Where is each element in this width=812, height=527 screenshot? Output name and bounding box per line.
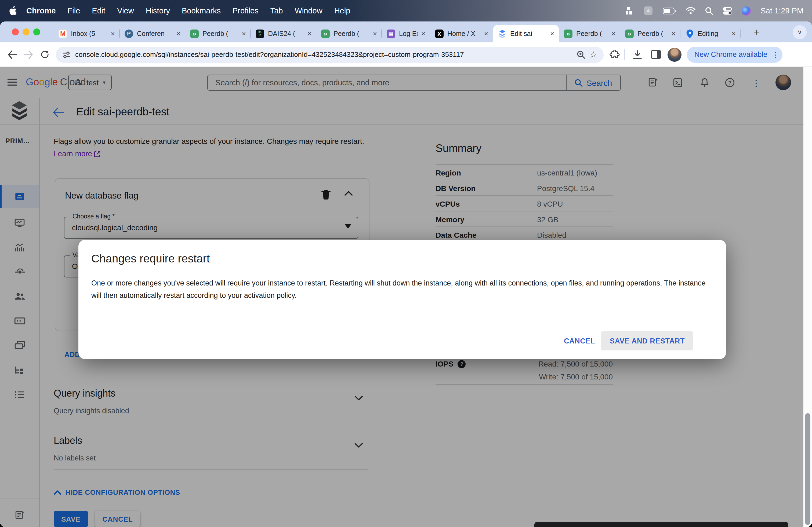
- menu-edit[interactable]: Edit: [92, 6, 105, 15]
- menu-tab[interactable]: Tab: [271, 6, 283, 15]
- apple-icon[interactable]: [9, 6, 17, 16]
- wifi-icon[interactable]: [686, 7, 695, 15]
- close-tab-icon[interactable]: ×: [728, 30, 736, 37]
- menu-history[interactable]: History: [146, 6, 170, 15]
- side-panel-icon[interactable]: [648, 47, 663, 62]
- page-scrollbar[interactable]: [803, 67, 812, 527]
- new-tab-button[interactable]: +: [750, 25, 764, 39]
- menu-chrome[interactable]: Chrome: [26, 6, 56, 15]
- page-viewport: GoogleCloud test ▾ Search (/) for resour…: [0, 67, 812, 527]
- tab-editing[interactable]: Editing ×: [680, 25, 741, 42]
- site-info-tune-icon[interactable]: [62, 51, 71, 58]
- dialog-body-text: One or more changes you've selected will…: [91, 277, 713, 302]
- postgresql-favicon: P: [125, 29, 133, 38]
- browser-toolbar: console.cloud.google.com/sql/instances/s…: [0, 42, 812, 67]
- address-bar[interactable]: console.cloud.google.com/sql/instances/s…: [56, 46, 604, 62]
- window-tiling-icon[interactable]: [625, 6, 634, 15]
- gmail-favicon: M: [59, 29, 67, 38]
- minimize-window-button[interactable]: [23, 28, 30, 35]
- log-explorer-favicon: ▤: [387, 29, 395, 38]
- cloud-sql-favicon: [498, 29, 506, 38]
- download-icon[interactable]: [630, 47, 645, 62]
- menu-view[interactable]: View: [117, 6, 134, 15]
- close-tab-icon[interactable]: ×: [418, 30, 425, 37]
- close-tab-icon[interactable]: ×: [547, 30, 554, 37]
- tab-overflow-chevron[interactable]: ∨: [793, 25, 807, 39]
- tab-conference[interactable]: P Conferen ×: [120, 25, 185, 42]
- extensions-puzzle-icon[interactable]: [607, 47, 622, 62]
- close-tab-icon[interactable]: ×: [481, 30, 488, 37]
- battery-icon: [663, 7, 676, 14]
- reload-button[interactable]: [37, 46, 53, 62]
- close-tab-icon[interactable]: ×: [608, 30, 615, 37]
- bookmark-star-icon[interactable]: ☆: [590, 49, 597, 60]
- peerdb-favicon: »: [321, 29, 330, 38]
- screen: Chrome File Edit View History Bookmarks …: [0, 0, 812, 527]
- browser-profile-avatar[interactable]: [668, 47, 682, 61]
- zoom-page-icon[interactable]: [577, 50, 585, 59]
- x-favicon: X: [435, 29, 444, 38]
- dialog-title: Changes require restart: [91, 252, 210, 265]
- zoom-window-button[interactable]: [33, 28, 40, 35]
- close-tab-icon[interactable]: ×: [173, 30, 180, 37]
- menu-bookmarks[interactable]: Bookmarks: [182, 6, 221, 15]
- toolbar-divider: [624, 49, 625, 60]
- macos-menu-bar: Chrome File Edit View History Bookmarks …: [0, 0, 812, 21]
- menu-file[interactable]: File: [68, 6, 80, 15]
- menu-extra-app-icon[interactable]: [643, 6, 653, 16]
- back-button[interactable]: [4, 46, 20, 62]
- close-tab-icon[interactable]: ×: [304, 30, 311, 37]
- tab-dais24[interactable]: DAIS DAIS24 ( ×: [251, 25, 316, 42]
- tab-edit-sai-peerdb-test-active[interactable]: Edit sai- ×: [493, 25, 559, 42]
- browser-window: M Inbox (5 × P Conferen × » Peerdb ( × D…: [0, 21, 812, 527]
- siri-icon[interactable]: [742, 6, 751, 15]
- save-and-restart-button[interactable]: SAVE AND RESTART: [601, 331, 693, 350]
- close-tab-icon[interactable]: ×: [370, 30, 377, 37]
- tab-inbox[interactable]: M Inbox (5 ×: [54, 25, 120, 42]
- peerdb-favicon: »: [625, 29, 634, 38]
- map-pin-favicon: [685, 29, 694, 38]
- menu-profiles[interactable]: Profiles: [233, 6, 259, 15]
- close-tab-icon[interactable]: ×: [108, 30, 115, 37]
- menu-window[interactable]: Window: [295, 6, 322, 15]
- changes-require-restart-dialog: Changes require restart One or more chan…: [78, 240, 726, 359]
- scrollbar-thumb[interactable]: [805, 413, 810, 525]
- tab-log-explorer[interactable]: ▤ Log Expl ×: [382, 25, 430, 42]
- dialog-cancel-button[interactable]: CANCEL: [557, 331, 601, 350]
- close-tab-icon[interactable]: ×: [668, 30, 676, 37]
- menu-help[interactable]: Help: [334, 6, 350, 15]
- url-text[interactable]: console.cloud.google.com/sql/instances/s…: [75, 50, 572, 59]
- dais24-favicon: DAIS: [256, 29, 264, 38]
- forward-button[interactable]: [20, 46, 37, 62]
- peerdb-favicon: »: [190, 29, 199, 38]
- tab-peerdb-3[interactable]: » Peerdb ( ×: [559, 25, 620, 42]
- peerdb-favicon: »: [564, 29, 572, 38]
- spotlight-search-icon[interactable]: [705, 7, 713, 15]
- close-tab-icon[interactable]: ×: [239, 30, 246, 37]
- tab-strip: M Inbox (5 × P Conferen × » Peerdb ( × D…: [0, 21, 812, 42]
- chrome-update-button[interactable]: New Chrome available ⋮: [687, 46, 782, 62]
- tab-peerdb-2[interactable]: » Peerdb ( ×: [316, 25, 382, 42]
- tab-x-home[interactable]: X Home / X ×: [430, 25, 493, 42]
- browser-menu-kebab-icon[interactable]: ⋮: [772, 50, 779, 59]
- tab-peerdb-1[interactable]: » Peerdb ( ×: [185, 25, 251, 42]
- menu-bar-clock[interactable]: Sat 1:29 PM: [760, 6, 803, 15]
- close-window-button[interactable]: [12, 28, 19, 35]
- background-window-edge: [534, 522, 788, 527]
- tab-peerdb-4[interactable]: » Peerdb ( ×: [620, 25, 680, 42]
- control-center-icon[interactable]: [723, 7, 732, 15]
